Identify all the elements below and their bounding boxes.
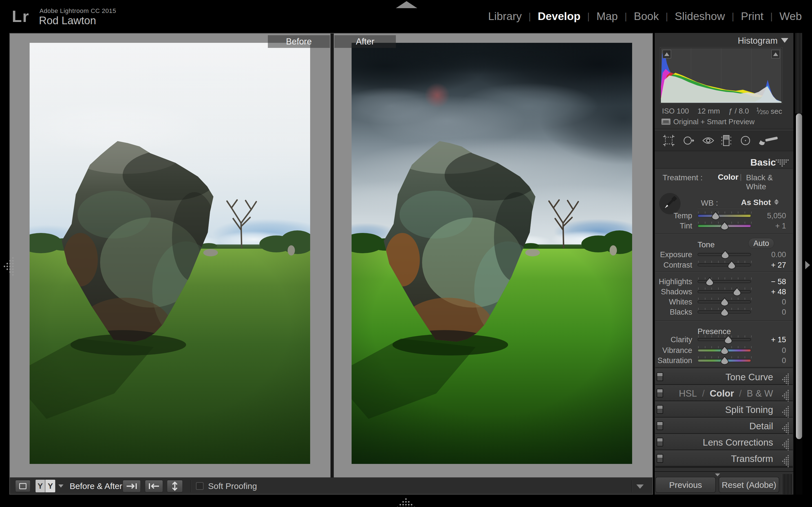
slider-track[interactable] — [698, 349, 751, 352]
swap-before-after-button[interactable] — [167, 480, 183, 492]
histogram-panel-title[interactable]: Histogram — [738, 36, 777, 46]
after-photo — [352, 43, 632, 464]
scrollbar-thumb[interactable] — [796, 114, 802, 439]
toolbar-options-dropdown-icon[interactable] — [637, 485, 644, 489]
wb-stepper-icon[interactable] — [774, 199, 779, 205]
slider-knob[interactable] — [706, 277, 714, 286]
module-web[interactable]: Web — [779, 10, 802, 22]
toolbar-divider — [190, 480, 191, 492]
compare-divider[interactable] — [331, 34, 334, 477]
panel-detail[interactable]: Detail — [655, 418, 793, 433]
slider-tick — [738, 335, 739, 337]
slider-track[interactable] — [698, 263, 751, 267]
panel-title-part[interactable]: Color — [710, 388, 734, 399]
slider-tick — [751, 212, 752, 214]
shadow-clipping-button[interactable] — [663, 50, 671, 58]
panel-transform[interactable]: Transform — [655, 450, 793, 466]
copy-before-to-after-button[interactable] — [123, 480, 141, 492]
slider-track[interactable] — [698, 224, 751, 227]
adjustment-brush-icon[interactable] — [758, 134, 779, 149]
slider-knob[interactable] — [733, 287, 741, 296]
panel-hsl-color-bw[interactable]: HSL/Color/B & W — [655, 385, 793, 400]
slider-knob[interactable] — [721, 346, 728, 355]
slider-knob[interactable] — [721, 221, 728, 230]
panel-enable-switch[interactable] — [657, 389, 663, 397]
module-print[interactable]: Print — [741, 10, 763, 22]
panel-enable-switch[interactable] — [657, 421, 663, 430]
slider-tick — [711, 356, 712, 358]
soft-proofing-checkbox[interactable] — [196, 482, 204, 490]
panel-enable-switch[interactable] — [657, 454, 663, 463]
slider-knob[interactable] — [721, 250, 729, 259]
module-develop[interactable]: Develop — [538, 10, 580, 22]
smart-preview-status[interactable]: Original + Smart Preview — [673, 117, 755, 126]
spot-removal-icon[interactable] — [682, 134, 696, 149]
slider-tick — [725, 288, 725, 290]
previous-button[interactable]: Previous — [655, 477, 716, 493]
panel-enable-switch[interactable] — [657, 405, 663, 414]
crop-overlay-icon[interactable] — [662, 134, 675, 149]
module-map[interactable]: Map — [596, 10, 618, 22]
slider-track[interactable] — [698, 280, 751, 283]
slider-knob[interactable] — [712, 211, 719, 220]
auto-tone-button[interactable]: Auto — [748, 238, 774, 249]
right-panel-scrollbar — [796, 33, 802, 495]
module-book[interactable]: Book — [634, 10, 659, 22]
filmstrip-toggle-arrow[interactable] — [396, 498, 416, 507]
slider-track[interactable] — [698, 300, 751, 303]
module-library[interactable]: Library — [488, 10, 522, 22]
slider-tint: Tint+ 1 — [655, 221, 793, 231]
panel-enable-switch[interactable] — [657, 438, 663, 446]
slider-track[interactable] — [698, 359, 751, 362]
loupe-view-button[interactable] — [15, 480, 31, 492]
before-after-label: Before & After : — [70, 478, 127, 494]
wb-preset-select[interactable]: As Shot — [737, 198, 771, 207]
slider-knob[interactable] — [724, 335, 732, 344]
slider-knob[interactable] — [728, 261, 735, 269]
panel-split-toning[interactable]: Split Toning — [655, 401, 793, 417]
highlight-clipping-button[interactable] — [771, 50, 780, 58]
before-after-view-button[interactable]: Y Y — [35, 480, 56, 493]
graduated-filter-icon[interactable] — [719, 134, 733, 149]
panel-disclosure-icon[interactable] — [782, 455, 789, 469]
slider-value: + 15 — [755, 335, 786, 344]
slider-knob[interactable] — [721, 307, 728, 316]
slider-exposure: Exposure0.00 — [655, 249, 793, 260]
copy-after-to-before-button[interactable] — [145, 480, 163, 492]
slider-tick — [745, 277, 745, 279]
treatment-bw-option[interactable]: Black & White — [746, 173, 793, 191]
slider-track[interactable] — [698, 214, 751, 217]
right-panel-toggle-arrow[interactable] — [805, 261, 810, 269]
radial-filter-icon[interactable] — [739, 134, 752, 149]
smart-preview-icon[interactable] — [661, 119, 670, 125]
red-eye-correction-icon[interactable] — [702, 134, 715, 149]
panel-enable-switch[interactable] — [657, 372, 663, 381]
slider-tick — [698, 346, 699, 348]
top-panel-toggle-arrow[interactable] — [396, 1, 417, 8]
basic-panel-title[interactable]: Basic — [750, 157, 776, 168]
slider-tick — [698, 356, 699, 358]
treatment-color-option[interactable]: Color — [718, 173, 739, 182]
slider-track[interactable] — [698, 338, 751, 341]
module-separator: | — [770, 11, 773, 22]
view-mode-dropdown-icon[interactable] — [58, 485, 63, 488]
module-slideshow[interactable]: Slideshow — [675, 10, 725, 22]
reset-button[interactable]: Reset (Adobe) — [719, 477, 779, 493]
slider-track[interactable] — [698, 290, 751, 293]
slider-tick — [711, 308, 712, 310]
slider-tick — [731, 277, 732, 279]
module-separator: | — [624, 11, 627, 22]
slider-track[interactable] — [698, 253, 751, 256]
panel-title-part[interactable]: B & W — [747, 388, 773, 399]
panel-title: Transform — [731, 453, 773, 464]
slider-knob[interactable] — [721, 297, 728, 306]
panel-title-part[interactable]: HSL — [679, 388, 697, 399]
basic-disclosure-icon[interactable] — [775, 159, 789, 168]
left-panel-toggle-arrow[interactable] — [3, 257, 14, 277]
histogram[interactable] — [660, 48, 782, 103]
histogram-collapse-icon[interactable] — [781, 38, 788, 43]
slider-knob[interactable] — [721, 356, 728, 365]
slider-track[interactable] — [698, 311, 751, 314]
panel-lens-corrections[interactable]: Lens Corrections — [655, 434, 793, 450]
panel-tone-curve[interactable]: Tone Curve — [655, 369, 793, 384]
